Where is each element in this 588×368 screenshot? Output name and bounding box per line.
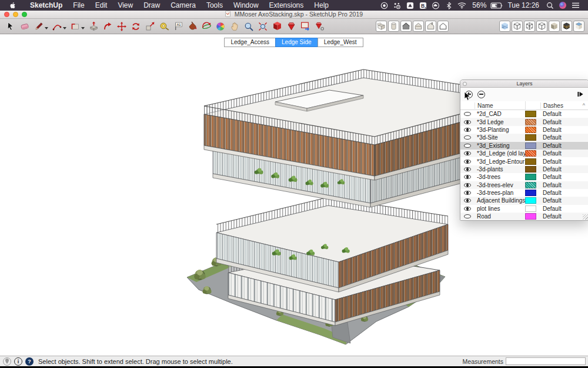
menu-draw[interactable]: Draw	[138, 0, 165, 11]
arc-tool-dropdown[interactable]	[63, 27, 66, 29]
layer-color-swatch[interactable]	[525, 158, 536, 165]
layer-dashes-value[interactable]: Default	[540, 111, 588, 117]
layer-dashes-value[interactable]: Default	[540, 166, 588, 173]
face-style-hidden-line-button[interactable]	[536, 21, 547, 32]
layer-visibility-toggle[interactable]	[464, 214, 472, 219]
column-header-dashes[interactable]: Dashes ^	[540, 102, 588, 109]
face-style-shaded-button[interactable]	[549, 21, 560, 32]
share-component-button[interactable]	[298, 20, 312, 33]
layer-color-swatch[interactable]	[525, 205, 536, 212]
face-style-textured-button[interactable]	[561, 21, 572, 32]
scale-tool-button[interactable]	[143, 20, 157, 33]
credits-icon[interactable]: i	[14, 357, 22, 366]
layer-dashes-value[interactable]: Default	[540, 205, 588, 212]
layer-visibility-toggle[interactable]	[464, 174, 472, 180]
help-icon[interactable]: ?	[25, 357, 34, 366]
menu-sketchup[interactable]: SketchUp	[25, 0, 68, 11]
layers-panel-menu-button[interactable]	[577, 91, 584, 99]
view-iso-button[interactable]	[437, 21, 449, 32]
extension-warehouse-button[interactable]	[312, 20, 326, 33]
layer-row[interactable]: *3d LedgeDefault	[460, 118, 588, 125]
layer-name[interactable]: *3d-Planting	[475, 127, 525, 133]
layer-color-swatch[interactable]	[525, 197, 536, 204]
column-header-name[interactable]: Name	[475, 102, 525, 109]
layer-color-swatch[interactable]	[525, 213, 536, 220]
layer-dashes-value[interactable]: Default	[540, 213, 588, 220]
layer-visibility-toggle[interactable]	[464, 183, 472, 188]
layer-name[interactable]: *3d_Existing	[475, 142, 525, 149]
layer-row[interactable]: *3d-SiteDefault	[460, 134, 588, 141]
layer-color-swatch[interactable]	[525, 134, 536, 141]
layer-row[interactable]: *3d_Ledge (old layDefault	[460, 150, 588, 157]
follow-me-tool-button[interactable]	[101, 20, 115, 33]
layer-color-swatch[interactable]	[525, 119, 536, 125]
select-tool-button[interactable]	[4, 20, 18, 33]
arc-tool-button[interactable]	[50, 20, 64, 33]
layer-name[interactable]: *3d-Site	[475, 134, 525, 141]
layer-dashes-value[interactable]: Default	[540, 119, 588, 125]
layer-dashes-value[interactable]: Default	[540, 134, 588, 141]
layer-row[interactable]: Adjacent BuildingsDefault	[460, 197, 588, 204]
layer-color-swatch[interactable]	[525, 127, 536, 133]
color-wheel-button[interactable]	[213, 20, 228, 33]
creative-cloud-icon[interactable]	[429, 0, 442, 11]
scene-tab-ledge-west[interactable]: Ledge_West	[318, 38, 363, 47]
rectangle-tool-button[interactable]	[68, 20, 82, 33]
bluetooth-icon[interactable]	[442, 0, 455, 11]
text-tool-button[interactable]	[171, 20, 185, 33]
rotate-tool-button[interactable]	[129, 20, 143, 33]
layer-name[interactable]: -3d-trees	[475, 174, 525, 180]
pan-tool-button[interactable]	[228, 20, 242, 33]
siri-icon[interactable]	[556, 0, 569, 11]
menu-file[interactable]: File	[68, 0, 89, 11]
view-back-button[interactable]	[413, 21, 424, 32]
layer-name[interactable]: Adjacent Buildings	[475, 197, 525, 204]
view-column-button[interactable]	[388, 21, 399, 32]
sync-icon[interactable]	[390, 0, 403, 11]
layer-name[interactable]: -3d-trees-plan	[475, 190, 525, 196]
layer-name[interactable]: *3d_Ledge (old lay	[475, 150, 525, 157]
layers-column-header[interactable]: Name Dashes ^	[460, 101, 588, 110]
layer-dashes-value[interactable]: Default	[540, 197, 588, 204]
layer-visibility-toggle[interactable]	[464, 167, 472, 172]
layer-row[interactable]: plot linesDefault	[460, 205, 588, 213]
menu-extensions[interactable]: Extensions	[264, 0, 309, 11]
scene-tab-ledge-access[interactable]: Ledge_Access	[224, 38, 276, 47]
layer-dashes-value[interactable]: Default	[540, 127, 588, 133]
layer-visibility-toggle[interactable]	[464, 206, 472, 211]
layer-row[interactable]: *3d_Ledge-EntourDefault	[460, 157, 588, 165]
view-front-button[interactable]	[400, 21, 412, 32]
layer-color-swatch[interactable]	[525, 111, 536, 117]
box-icon[interactable]: B	[416, 0, 429, 11]
layer-visibility-toggle[interactable]	[464, 198, 472, 203]
menu-edit[interactable]: Edit	[90, 0, 113, 11]
layer-visibility-toggle[interactable]	[464, 127, 472, 132]
share-model-button[interactable]	[284, 20, 298, 33]
layer-row[interactable]: *3d-PlantingDefault	[460, 126, 588, 134]
layer-visibility-toggle[interactable]	[464, 190, 472, 195]
layer-color-swatch[interactable]	[525, 182, 536, 188]
face-style-back-edges-button[interactable]	[512, 21, 523, 32]
rectangle-tool-dropdown[interactable]	[81, 27, 85, 29]
layer-color-swatch[interactable]	[525, 150, 536, 157]
layer-dashes-value[interactable]: Default	[540, 174, 588, 180]
menu-view[interactable]: View	[112, 0, 138, 11]
orbit-tool-button[interactable]	[199, 20, 213, 33]
layer-row[interactable]: -3d-plantsDefault	[460, 165, 588, 173]
record-icon[interactable]	[377, 0, 390, 11]
layer-color-swatch[interactable]	[525, 190, 536, 196]
layer-visibility-toggle[interactable]	[464, 159, 472, 164]
menu-clock[interactable]: Tue 12:26	[503, 1, 543, 9]
layer-name[interactable]: Road	[475, 213, 525, 220]
measurements-input[interactable]	[506, 357, 586, 365]
notification-center-icon[interactable]	[569, 0, 582, 11]
layer-dashes-value[interactable]: Default	[540, 182, 588, 188]
layer-name[interactable]: -3d-trees-elev	[475, 182, 525, 188]
layer-visibility-toggle[interactable]	[464, 120, 472, 125]
layer-dashes-value[interactable]: Default	[540, 190, 588, 196]
view-left-button[interactable]	[425, 21, 436, 32]
layer-visibility-toggle[interactable]	[464, 143, 472, 148]
paint-bucket-tool-button[interactable]	[185, 20, 199, 33]
face-style-monochrome-button[interactable]	[573, 21, 584, 32]
menu-help[interactable]: Help	[309, 0, 334, 11]
